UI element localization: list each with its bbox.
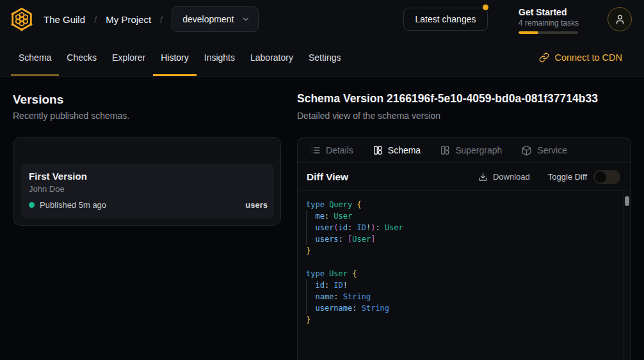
version-tab-supergraph[interactable]: Supergraph [440, 145, 502, 155]
tab-insights[interactable]: Insights [197, 38, 243, 76]
tab-settings[interactable]: Settings [301, 38, 349, 76]
code-line: name: String [306, 291, 615, 302]
get-started-subtitle: 4 remaining tasks [519, 18, 578, 28]
connect-to-cdn-button[interactable]: Connect to CDN [539, 38, 622, 76]
tab-laboratory[interactable]: Laboratory [243, 38, 301, 76]
schema-version-card: DetailsSchemaSupergraphService Diff View… [297, 137, 631, 360]
connect-to-cdn-label: Connect to CDN [554, 52, 622, 63]
diff-view-title: Diff View [307, 171, 348, 183]
schema-code-viewer: type Query { me: User user(id: ID!): Use… [298, 191, 631, 360]
version-status: Published 5m ago [40, 200, 106, 210]
download-label: Download [493, 172, 530, 182]
columns-icon [373, 145, 383, 155]
code-line: username: String [306, 302, 615, 314]
version-view-tabs: DetailsSchemaSupergraphService [298, 138, 631, 163]
code-line: me: User [306, 210, 615, 222]
code-line: id: ID! [306, 279, 615, 291]
hive-logo-icon[interactable] [9, 6, 35, 32]
code-scrollbar-track [624, 194, 624, 360]
progress-fill [519, 31, 538, 34]
version-meta-row: Published 5m ago users [29, 200, 268, 210]
code-line: } [306, 245, 615, 256]
get-started-progress-track [519, 31, 578, 34]
toggle-diff-label: Toggle Diff [548, 172, 587, 182]
get-started-title: Get Started [519, 6, 578, 18]
tab-explorer[interactable]: Explorer [104, 38, 153, 76]
version-list-item[interactable]: First Version John Doe Published 5m ago … [21, 164, 274, 219]
user-icon [615, 14, 625, 25]
versions-panel: Versions Recently published schemas. Fir… [13, 77, 282, 360]
tab-checks[interactable]: Checks [59, 38, 104, 76]
code-scrollbar-handle[interactable] [625, 196, 629, 206]
target-selector[interactable]: development [172, 6, 259, 32]
toggle-diff-switch[interactable] [593, 170, 620, 184]
code-line: } [306, 314, 615, 325]
columns-icon [440, 145, 450, 155]
breadcrumb-project[interactable]: My Project [106, 14, 151, 25]
tab-schema[interactable]: Schema [11, 38, 59, 76]
toggle-knob [595, 171, 606, 183]
version-tab-details[interactable]: Details [310, 145, 353, 155]
schema-version-subtitle: Detailed view of the schema version [297, 111, 440, 121]
tab-history[interactable]: History [153, 38, 197, 76]
link-icon [539, 52, 549, 63]
versions-subtitle: Recently published schemas. [13, 111, 129, 121]
version-name: First Version [29, 171, 87, 182]
chevron-down-icon [241, 15, 250, 24]
version-tab-label: Service [537, 145, 567, 155]
code-line [306, 256, 615, 268]
version-author: John Doe [29, 184, 65, 194]
target-navbar: SchemaChecksExplorerHistoryInsightsLabor… [0, 38, 644, 77]
code-line: user(id: ID!): User [306, 222, 615, 233]
version-tab-label: Details [326, 145, 353, 155]
notification-dot [483, 4, 488, 10]
version-tab-label: Supergraph [455, 145, 502, 155]
schema-version-panel: Schema Version 2166196f-5e10-4059-bd0a-0… [297, 77, 644, 360]
breadcrumb: The Guild / My Project / development [9, 0, 259, 38]
schema-sdl-code: type Query { me: User user(id: ID!): Use… [298, 191, 631, 325]
get-started-widget[interactable]: Get Started 4 remaining tasks [519, 6, 578, 34]
download-icon [478, 172, 488, 182]
versions-title: Versions [13, 93, 63, 107]
target-selector-value: development [182, 14, 234, 24]
diff-view-toolbar: Diff View Download Toggle Diff [298, 163, 631, 191]
version-tab-label: Schema [388, 145, 421, 155]
code-line: users: [User] [306, 233, 615, 245]
version-tab-service[interactable]: Service [521, 145, 567, 156]
breadcrumb-separator: / [160, 14, 163, 25]
versions-list-card: First Version John Doe Published 5m ago … [13, 137, 281, 226]
user-avatar-button[interactable] [608, 7, 632, 31]
version-service-badge: users [245, 200, 268, 210]
download-button[interactable]: Download [478, 172, 530, 182]
version-tab-schema[interactable]: Schema [373, 145, 421, 155]
breadcrumb-org[interactable]: The Guild [44, 14, 85, 25]
primary-tabs: SchemaChecksExplorerHistoryInsightsLabor… [0, 38, 349, 76]
list-icon [310, 145, 321, 155]
schema-version-title: Schema Version 2166196f-5e10-4059-bd0a-0… [297, 92, 598, 106]
published-status-dot [29, 202, 35, 208]
app-header: The Guild / My Project / development Lat… [0, 0, 644, 38]
latest-changes-button[interactable]: Latest changes [403, 8, 488, 31]
code-line: type User { [306, 268, 615, 279]
cube-icon [521, 145, 532, 156]
code-line: type Query { [306, 199, 615, 210]
breadcrumb-separator: / [94, 14, 97, 25]
